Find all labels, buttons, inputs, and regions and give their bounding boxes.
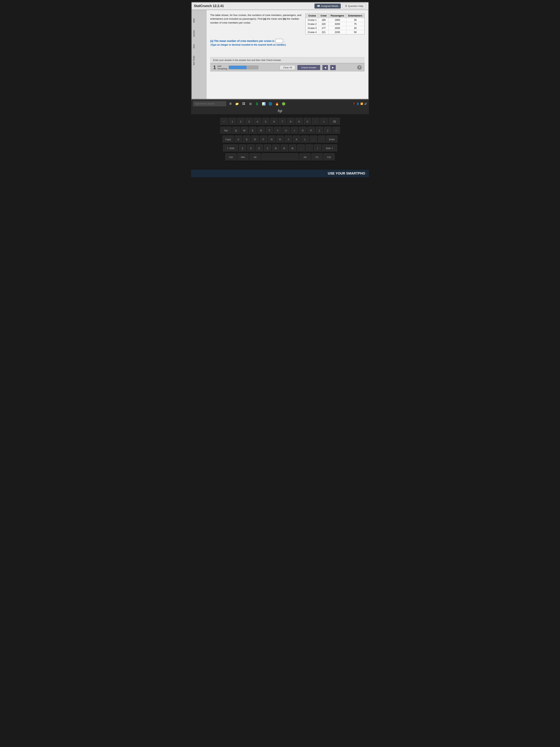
taskbar: 🖥 📁 🖼 ⊞ 💲 📊 🌐 🔥 🟢 ❓ 👤 📶 🔊: [191, 100, 369, 108]
key-l[interactable]: L: [301, 136, 309, 144]
key-4[interactable]: 4: [254, 118, 261, 126]
taskbar-icon-folder[interactable]: 📁: [235, 101, 240, 106]
key-z[interactable]: Z: [239, 145, 246, 152]
taskbar-search[interactable]: [193, 101, 226, 106]
key-shift-left[interactable]: ⇧ Shift: [223, 145, 238, 152]
key-3[interactable]: 3: [245, 118, 253, 126]
taskbar-icon-photos[interactable]: 🖼: [241, 101, 246, 106]
top-section: The table shows, for four cruises, the n…: [210, 14, 365, 34]
key-period[interactable]: .: [305, 145, 313, 152]
key-ctrl-left[interactable]: Ctrl: [225, 153, 237, 161]
key-6[interactable]: 6: [270, 118, 278, 126]
key-b[interactable]: B: [272, 145, 279, 152]
part-a-input[interactable]: [275, 39, 283, 43]
key-e[interactable]: E: [249, 127, 257, 134]
clear-all-button[interactable]: Clear All: [280, 65, 295, 70]
book-icon: 📖: [317, 5, 320, 7]
key-comma[interactable]: ,: [297, 145, 304, 152]
key-d[interactable]: D: [251, 136, 259, 144]
key-7[interactable]: 7: [279, 118, 286, 126]
key-u[interactable]: U: [283, 127, 290, 134]
key-quote[interactable]: ': [318, 136, 325, 144]
key-y[interactable]: Y: [274, 127, 282, 134]
key-backspace[interactable]: ⌫: [329, 118, 340, 126]
next-button[interactable]: ▶: [330, 65, 336, 70]
taskbar-icon-app3[interactable]: 🟢: [281, 101, 286, 106]
taskbar-network-icon: 📶: [361, 102, 363, 105]
progress-bar-fill: [229, 66, 246, 69]
sidebar-item-ions[interactable]: ions: [192, 43, 206, 49]
sidebar-item-ources[interactable]: ources: [192, 29, 206, 38]
key-enter[interactable]: Enter: [326, 136, 338, 144]
taskbar-icon-monitor[interactable]: 🖥: [228, 101, 233, 106]
key-j[interactable]: J: [285, 136, 292, 144]
key-caps[interactable]: Caps: [222, 136, 234, 144]
keyboard-row-0: ~` 1 2 3 4 5 6 7 8 9 0 - = ⌫: [193, 118, 367, 126]
cell-passengers-3: 2200: [328, 30, 346, 34]
key-win[interactable]: Win: [237, 153, 248, 161]
sidebar-item-tion-tools[interactable]: tion Tools: [192, 55, 206, 66]
key-space[interactable]: [262, 153, 298, 161]
key-k[interactable]: K: [293, 136, 300, 144]
key-8[interactable]: 8: [287, 118, 294, 126]
key-ctrl-right[interactable]: Ctrl: [323, 153, 335, 161]
key-p[interactable]: P: [308, 127, 315, 134]
key-o[interactable]: O: [299, 127, 306, 134]
key-f[interactable]: F: [260, 136, 267, 144]
key-9[interactable]: 9: [295, 118, 303, 126]
taskbar-icon-app1[interactable]: 📊: [261, 101, 266, 106]
data-table: Cruise Crew Passengers Entertainers Crui…: [305, 14, 365, 34]
key-tab[interactable]: Tab: [220, 127, 232, 134]
prev-button[interactable]: ◀: [322, 65, 328, 70]
key-i[interactable]: I: [291, 127, 298, 134]
key-h[interactable]: H: [276, 136, 284, 144]
key-minus[interactable]: -: [312, 118, 319, 126]
key-tilde[interactable]: ~`: [220, 118, 228, 126]
key-1[interactable]: 1: [229, 118, 236, 126]
key-5[interactable]: 5: [262, 118, 269, 126]
key-r[interactable]: R: [258, 127, 265, 134]
key-alt-right[interactable]: Alt: [299, 153, 311, 161]
keyboard-row-3: ⇧ Shift Z X C V B N M , . / Shift ⇧: [193, 145, 367, 152]
check-answer-button[interactable]: Check Answer: [297, 65, 320, 70]
sidebar-item-view[interactable]: view: [192, 18, 206, 24]
key-m[interactable]: M: [289, 145, 296, 152]
hp-logo: hp: [191, 108, 369, 114]
key-backslash[interactable]: \: [332, 127, 340, 134]
key-c[interactable]: C: [256, 145, 263, 152]
key-t[interactable]: T: [266, 127, 273, 134]
key-x[interactable]: X: [247, 145, 255, 152]
key-shift-right[interactable]: Shift ⇧: [322, 145, 337, 152]
table-row: Cruise 1180190035: [306, 18, 365, 22]
cell-cruise-0: Cruise 1: [306, 18, 319, 22]
cell-crew-2: 177: [319, 26, 328, 30]
table-row: Cruise 2220320075: [306, 22, 365, 26]
key-n[interactable]: N: [281, 145, 288, 152]
key-g[interactable]: G: [268, 136, 275, 144]
key-s[interactable]: S: [243, 136, 250, 144]
key-slash[interactable]: /: [314, 145, 321, 152]
key-v[interactable]: V: [264, 145, 271, 152]
assigned-media-button[interactable]: 📖 Assigned Media: [315, 3, 341, 8]
key-2[interactable]: 2: [237, 118, 244, 126]
cell-crew-1: 220: [319, 22, 328, 26]
taskbar-icon-dollar[interactable]: 💲: [255, 101, 260, 106]
key-bracket-left[interactable]: [: [316, 127, 323, 134]
taskbar-icon-globe[interactable]: 🌐: [268, 101, 273, 106]
key-alt-left[interactable]: Alt: [249, 153, 261, 161]
key-0[interactable]: 0: [304, 118, 311, 126]
key-bracket-right[interactable]: ]: [324, 127, 331, 134]
sidebar: view ources ions tion Tools: [192, 10, 207, 99]
taskbar-icon-grid[interactable]: ⊞: [248, 101, 253, 106]
key-semicolon[interactable]: ;: [310, 136, 317, 144]
key-equals[interactable]: =: [320, 118, 328, 126]
taskbar-icon-app2[interactable]: 🔥: [274, 101, 279, 106]
key-q[interactable]: Q: [233, 127, 240, 134]
key-w[interactable]: W: [241, 127, 248, 134]
key-fn[interactable]: Fn: [312, 153, 323, 161]
key-a[interactable]: A: [235, 136, 242, 144]
help-button[interactable]: ?: [357, 65, 362, 70]
table-row: Cruise 4221220050: [306, 30, 365, 34]
question-help-button[interactable]: ☰ Question Help: [342, 3, 366, 8]
cell-passengers-2: 1500: [328, 26, 346, 30]
